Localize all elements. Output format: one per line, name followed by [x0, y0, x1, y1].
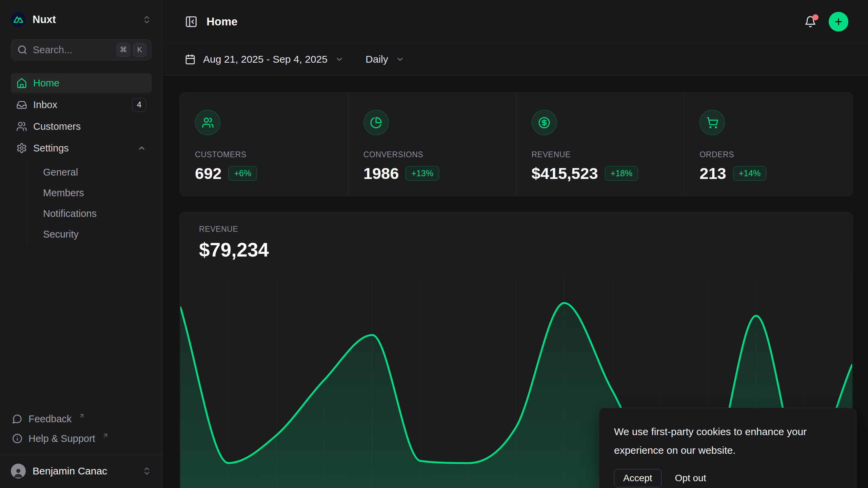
sidebar-item-label: Customers — [33, 121, 146, 132]
sidebar-item-general[interactable]: General — [38, 163, 152, 182]
feedback-label: Feedback — [28, 413, 72, 425]
period-label: Daily — [366, 54, 388, 65]
stat-delta-badge: +13% — [406, 166, 439, 181]
inbox-count-badge: 4 — [132, 98, 146, 112]
circle-dollar-icon — [532, 110, 557, 135]
stat-label: ORDERS — [699, 150, 837, 159]
revenue-panel-label: REVENUE — [199, 225, 852, 234]
stat-value: $415,523 — [532, 164, 598, 183]
sidebar-item-inbox[interactable]: Inbox 4 — [11, 95, 152, 115]
sidebar-item-label: Settings — [33, 143, 131, 154]
chevrons-up-down-icon — [142, 466, 152, 476]
sidebar-item-label: Inbox — [33, 99, 126, 110]
search-bar[interactable]: ⌘ K — [11, 39, 152, 60]
cookie-message: We use first-party cookies to enhance yo… — [614, 422, 828, 460]
stat-orders: ORDERS 213 +14% — [684, 93, 852, 196]
sidebar: Nuxt ⌘ K Home Inbox 4 — [0, 0, 163, 488]
workspace-name: Nuxt — [33, 14, 135, 26]
chevrons-up-down-icon — [142, 15, 152, 24]
stat-delta-badge: +14% — [733, 166, 767, 181]
stat-revenue: REVENUE $415,523 +18% — [516, 93, 685, 196]
stat-label: CUSTOMERS — [195, 150, 333, 159]
sidebar-item-members[interactable]: Members — [38, 183, 152, 203]
user-name: Benjamin Canac — [33, 465, 135, 477]
feedback-link[interactable]: Feedback — [11, 409, 152, 429]
revenue-panel-value: $79,234 — [199, 239, 852, 261]
period-select[interactable]: Daily — [366, 54, 405, 65]
sidebar-item-settings[interactable]: Settings — [11, 138, 152, 158]
users-icon — [195, 110, 220, 135]
inbox-icon — [16, 99, 27, 110]
chevron-up-icon — [137, 144, 146, 152]
home-icon — [16, 78, 27, 88]
filter-toolbar: Aug 21, 2025 - Sep 4, 2025 Daily — [163, 43, 868, 76]
pie-chart-icon — [363, 110, 389, 135]
sidebar-item-customers[interactable]: Customers — [11, 117, 152, 136]
stats-card: CUSTOMERS 692 +6% CONVERSIONS 1986 +13% — [180, 93, 853, 196]
settings-submenu: General Members Notifications Security — [27, 163, 152, 244]
stat-delta-badge: +6% — [228, 166, 257, 181]
stat-value: 692 — [195, 164, 221, 183]
chevron-down-icon — [335, 55, 344, 64]
calendar-icon — [185, 54, 196, 65]
sidebar-item-security[interactable]: Security — [38, 225, 152, 244]
kbd-k: K — [133, 43, 146, 57]
cookie-banner: We use first-party cookies to enhance yo… — [599, 408, 856, 488]
workspace-switcher[interactable]: Nuxt — [11, 9, 152, 30]
nuxt-logo — [11, 12, 26, 27]
sidebar-nav: Home Inbox 4 Customers Settings Ge — [11, 73, 152, 245]
user-avatar — [11, 464, 26, 479]
gear-icon — [16, 143, 27, 154]
create-button[interactable] — [829, 12, 848, 32]
external-link-icon — [102, 432, 109, 439]
accept-button[interactable]: Accept — [614, 469, 662, 487]
plus-icon — [833, 17, 844, 27]
stat-customers: CUSTOMERS 692 +6% — [180, 93, 348, 196]
shopping-cart-icon — [699, 110, 725, 135]
help-support-link[interactable]: Help & Support — [11, 429, 152, 448]
user-menu[interactable]: Benjamin Canac — [11, 460, 152, 482]
help-support-label: Help & Support — [28, 433, 95, 444]
page-title: Home — [206, 15, 238, 28]
stat-label: CONVERSIONS — [363, 150, 501, 159]
sidebar-item-label: Home — [33, 78, 146, 89]
sidebar-item-home[interactable]: Home — [11, 73, 152, 93]
external-link-icon — [78, 412, 85, 419]
search-input[interactable] — [33, 44, 111, 56]
stat-value: 213 — [699, 164, 726, 183]
search-icon — [17, 45, 27, 55]
stat-conversions: CONVERSIONS 1986 +13% — [348, 93, 516, 196]
kbd-cmd: ⌘ — [117, 43, 130, 57]
date-range-picker[interactable]: Aug 21, 2025 - Sep 4, 2025 — [185, 54, 344, 65]
page-header: Home — [163, 0, 868, 43]
sidebar-footer: Feedback Help & Support Benjamin Canac — [11, 409, 152, 488]
stat-value: 1986 — [363, 164, 399, 183]
panel-left-close-icon[interactable] — [185, 15, 198, 28]
date-range-label: Aug 21, 2025 - Sep 4, 2025 — [203, 54, 328, 65]
unread-notification-dot — [812, 14, 818, 20]
notifications-button[interactable] — [802, 14, 818, 30]
stat-delta-badge: +18% — [605, 166, 638, 181]
chevron-down-icon — [396, 55, 405, 64]
users-icon — [16, 121, 27, 132]
message-circle-icon — [12, 414, 22, 424]
stat-label: REVENUE — [532, 150, 670, 159]
sidebar-item-notifications[interactable]: Notifications — [38, 204, 152, 223]
opt-out-button[interactable]: Opt out — [675, 473, 706, 484]
info-circle-icon — [12, 433, 22, 444]
